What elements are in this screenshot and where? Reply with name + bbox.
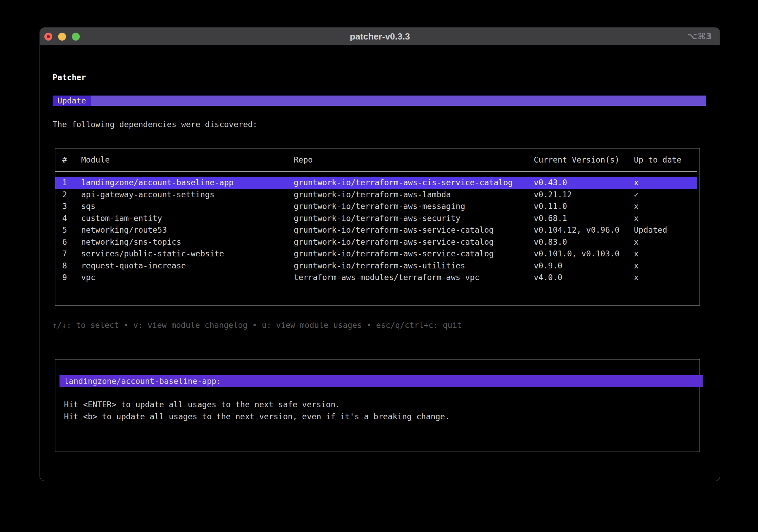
window-title: patcher-v0.3.3 — [40, 28, 720, 45]
row-number: 8 — [62, 260, 81, 272]
row-module: vpc — [81, 271, 294, 284]
row-version: v0.43.0 — [534, 177, 634, 189]
row-module: api-gateway-account-settings — [81, 189, 294, 201]
tab-update[interactable]: Update — [53, 96, 91, 106]
row-number: 4 — [62, 212, 81, 224]
detail-hints: Hit <ENTER> to update all usages to the … — [64, 399, 450, 422]
help-bar: ↑/↓: to select • v: view module changelo… — [52, 319, 462, 331]
row-repo: gruntwork-io/terraform-aws-lambda — [294, 189, 534, 201]
row-number: 6 — [62, 236, 81, 248]
row-status: x — [634, 248, 697, 260]
row-repo: gruntwork-io/terraform-aws-security — [294, 212, 534, 224]
row-repo: gruntwork-io/terraform-aws-messaging — [294, 200, 534, 212]
table-row[interactable]: 1 landingzone/account-baseline-app grunt… — [55, 177, 697, 189]
row-status: x — [634, 177, 697, 189]
hint-enter: Hit <ENTER> to update all usages to the … — [64, 399, 450, 411]
table-row[interactable]: 6 networking/sns-topics gruntwork-io/ter… — [55, 236, 697, 248]
row-status: x — [634, 200, 697, 212]
row-version: v0.9.0 — [534, 260, 634, 272]
selected-module-label: landingzone/account-baseline-app: — [64, 377, 221, 386]
header-number: # — [62, 148, 81, 171]
header-current-versions: Current Version(s) — [534, 148, 634, 171]
detail-panel: landingzone/account-baseline-app: Hit <E… — [55, 359, 700, 452]
row-repo: gruntwork-io/terraform-aws-cis-service-c… — [294, 177, 534, 189]
row-repo: gruntwork-io/terraform-aws-utilities — [294, 260, 534, 272]
app-heading: Patcher — [53, 72, 86, 82]
row-version: v4.0.0 — [534, 271, 634, 284]
row-module: networking/sns-topics — [81, 236, 294, 248]
row-module: services/public-static-website — [81, 248, 294, 260]
selected-module-bar: landingzone/account-baseline-app: — [59, 375, 703, 387]
table-row[interactable]: 9 vpc terraform-aws-modules/terraform-aw… — [55, 271, 697, 284]
row-number: 7 — [62, 248, 81, 260]
intro-text: The following dependencies were discover… — [53, 119, 257, 130]
row-number: 2 — [62, 189, 81, 201]
header-repo: Repo — [294, 148, 534, 171]
row-version: v0.68.1 — [534, 212, 634, 224]
dependencies-table: # Module Repo Current Version(s) Up to d… — [55, 148, 700, 306]
row-module: landingzone/account-baseline-app — [81, 177, 294, 189]
row-status: x — [634, 271, 697, 284]
header-module: Module — [81, 148, 294, 171]
row-repo: gruntwork-io/terraform-aws-service-catal… — [294, 236, 534, 248]
row-version: v0.104.12, v0.96.0 — [534, 224, 634, 236]
window-shortcut-badge: ⌥⌘3 — [687, 28, 712, 45]
row-version: v0.83.0 — [534, 236, 634, 248]
row-number: 5 — [62, 224, 81, 236]
table-row[interactable]: 3 sqs gruntwork-io/terraform-aws-messagi… — [55, 200, 697, 212]
titlebar[interactable]: patcher-v0.3.3 ⌥⌘3 — [40, 28, 720, 45]
row-module: request-quota-increase — [81, 260, 294, 272]
row-repo: gruntwork-io/terraform-aws-service-catal… — [294, 224, 534, 236]
row-status: x — [634, 212, 697, 224]
table-header-row: # Module Repo Current Version(s) Up to d… — [55, 148, 697, 172]
terminal-content: Patcher Update The following dependencie… — [40, 45, 720, 481]
row-status: ✓ — [634, 189, 697, 201]
row-module: networking/route53 — [81, 224, 294, 236]
row-status: x — [634, 236, 697, 248]
row-repo: gruntwork-io/terraform-aws-service-catal… — [294, 248, 534, 260]
table-row[interactable]: 5 networking/route53 gruntwork-io/terraf… — [55, 224, 697, 236]
row-version: v0.101.0, v0.103.0 — [534, 248, 634, 260]
header-up-to-date: Up to date — [634, 148, 697, 171]
row-number: 1 — [62, 177, 81, 189]
row-module: custom-iam-entity — [81, 212, 294, 224]
table-row[interactable]: 7 services/public-static-website gruntwo… — [55, 248, 697, 260]
table-row[interactable]: 4 custom-iam-entity gruntwork-io/terrafo… — [55, 212, 697, 224]
hint-breaking: Hit <b> to update all usages to the next… — [64, 411, 450, 423]
row-status: x — [634, 260, 697, 272]
row-number: 9 — [62, 271, 81, 284]
tab-bar: Update — [53, 96, 706, 106]
row-repo: terraform-aws-modules/terraform-aws-vpc — [294, 271, 534, 284]
row-module: sqs — [81, 200, 294, 212]
row-version: v0.11.0 — [534, 200, 634, 212]
row-status: Updated — [634, 224, 697, 236]
row-number: 3 — [62, 200, 81, 212]
terminal-window: patcher-v0.3.3 ⌥⌘3 Patcher Update The fo… — [40, 27, 720, 481]
table-row[interactable]: 2 api-gateway-account-settings gruntwork… — [55, 189, 697, 201]
table-row[interactable]: 8 request-quota-increase gruntwork-io/te… — [55, 260, 697, 272]
row-version: v0.21.12 — [534, 189, 634, 201]
table-body: 1 landingzone/account-baseline-app grunt… — [55, 177, 700, 284]
